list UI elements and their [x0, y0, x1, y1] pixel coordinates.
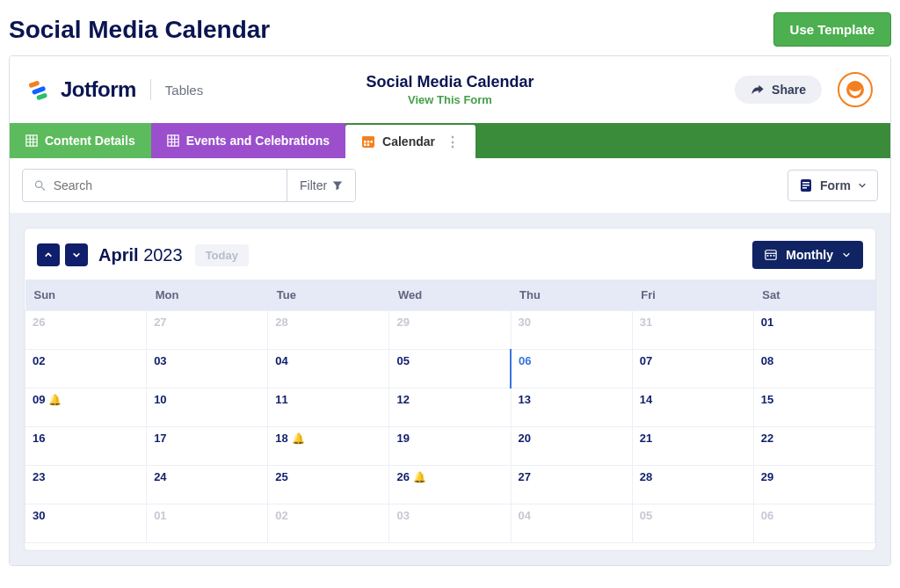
calendar-cell[interactable]: 30 [511, 311, 632, 350]
svg-rect-31 [773, 255, 775, 257]
table-grid-icon [25, 134, 38, 147]
view-dropdown[interactable]: Monthly [752, 241, 863, 269]
calendar-cell[interactable]: 07 [632, 350, 753, 388]
search-icon [33, 178, 47, 192]
calendar-cell[interactable]: 05 [389, 350, 511, 388]
svg-rect-26 [802, 187, 807, 189]
form-dropdown[interactable]: Form [788, 170, 878, 201]
avatar-mask-icon [845, 79, 866, 100]
calendar-cell[interactable]: 02 [25, 350, 147, 388]
calendar-cell[interactable]: 18🔔 [268, 427, 389, 466]
chevron-down-icon [72, 250, 81, 259]
svg-rect-20 [367, 144, 370, 147]
calendar-cell[interactable]: 26🔔 [389, 466, 511, 505]
today-button[interactable]: Today [195, 244, 249, 266]
search-input[interactable] [54, 178, 276, 192]
divider [150, 79, 151, 100]
svg-rect-0 [28, 80, 40, 88]
calendar-cell[interactable]: 09🔔 [25, 388, 147, 427]
calendar-cell[interactable]: 02 [268, 505, 389, 543]
calendar-cell[interactable]: 03 [389, 505, 511, 543]
svg-rect-15 [362, 136, 374, 140]
calendar-cell[interactable]: 06 [753, 505, 875, 543]
calendar-cell[interactable]: 29 [753, 466, 875, 505]
app-header: Jotform Tables Social Media Calendar Vie… [10, 56, 890, 123]
calendar-cell[interactable]: 08 [753, 350, 875, 388]
svg-rect-9 [168, 135, 178, 146]
calendar-cell[interactable]: 21 [632, 427, 753, 466]
share-button[interactable]: Share [735, 76, 822, 104]
calendar-cell[interactable]: 17 [147, 427, 268, 466]
day-header: Wed [389, 279, 511, 311]
calendar-cell[interactable]: 29 [389, 311, 511, 350]
calendar-view-icon [765, 249, 777, 261]
calendar-cell[interactable]: 16 [25, 427, 147, 466]
day-header: Sun [25, 279, 147, 311]
app-card: Jotform Tables Social Media Calendar Vie… [9, 55, 891, 566]
share-arrow-icon [751, 83, 765, 97]
form-icon [799, 178, 813, 192]
calendar-cell[interactable]: 01 [753, 311, 875, 350]
chevron-down-icon [858, 181, 867, 190]
calendar-panel: April 2023 Today Monthly SunMonTueWedThu… [24, 228, 876, 551]
filter-button[interactable]: Filter [287, 170, 355, 201]
day-header: Tue [268, 279, 389, 311]
calendar-cell[interactable]: 19 [389, 427, 511, 466]
calendar-cell[interactable]: 25 [268, 466, 389, 505]
calendar-cell[interactable]: 28 [632, 466, 753, 505]
use-template-button[interactable]: Use Template [773, 12, 891, 47]
avatar[interactable] [838, 72, 873, 107]
day-header: Thu [511, 279, 632, 311]
calendar-cell[interactable]: 31 [632, 311, 753, 350]
section-label: Tables [165, 83, 203, 98]
calendar-cell[interactable]: 04 [511, 505, 632, 543]
svg-rect-16 [364, 141, 367, 143]
calendar-cell[interactable]: 01 [147, 505, 268, 543]
calendar-cell[interactable]: 11 [268, 388, 389, 427]
svg-rect-19 [364, 144, 367, 147]
day-header: Mon [147, 279, 268, 311]
view-form-link[interactable]: View This Form [408, 93, 492, 106]
calendar-cell[interactable]: 14 [632, 388, 753, 427]
calendar-cell[interactable]: 13 [511, 388, 632, 427]
brand-name: Jotform [61, 77, 136, 102]
prev-month-button[interactable] [37, 243, 60, 266]
chevron-up-icon [44, 250, 53, 259]
calendar-cell[interactable]: 28 [268, 311, 389, 350]
calendar-cell[interactable]: 22 [753, 427, 875, 466]
calendar-cell[interactable]: 20 [511, 427, 632, 466]
calendar-cell[interactable]: 27 [511, 466, 632, 505]
tabs-bar: Content Details Events and Celebrations … [10, 123, 890, 158]
share-label: Share [772, 83, 806, 97]
chevron-down-icon [842, 250, 851, 259]
calendar-cell[interactable]: 27 [147, 311, 268, 350]
calendar-cell[interactable]: 03 [147, 350, 268, 388]
jotform-logo-icon [27, 77, 52, 102]
calendar-cell[interactable]: 05 [632, 505, 753, 543]
calendar-cell[interactable]: 12 [389, 388, 511, 427]
svg-rect-30 [770, 255, 772, 257]
tab-events-celebrations[interactable]: Events and Celebrations [151, 123, 345, 158]
svg-rect-18 [371, 141, 374, 143]
calendar-cell[interactable]: 15 [753, 388, 875, 427]
calendar-cell[interactable]: 24 [147, 466, 268, 505]
tab-menu-dots-icon[interactable]: ⋮ [446, 134, 460, 150]
tab-content-details[interactable]: Content Details [10, 123, 151, 158]
svg-rect-2 [36, 92, 47, 100]
calendar-cell[interactable]: 30 [25, 505, 147, 543]
calendar-cell[interactable]: 04 [268, 350, 389, 388]
calendar-cell[interactable]: 26 [25, 311, 147, 350]
calendar-cell[interactable]: 06 [511, 350, 632, 388]
filter-label: Filter [300, 178, 327, 192]
tab-label: Events and Celebrations [186, 134, 330, 148]
calendar-cell[interactable]: 23 [25, 466, 147, 505]
calendar-cell[interactable]: 10 [147, 388, 268, 427]
svg-rect-25 [802, 185, 809, 186]
calendar-icon [361, 134, 375, 149]
svg-point-21 [35, 181, 41, 187]
tab-calendar[interactable]: Calendar ⋮ [345, 125, 475, 158]
next-month-button[interactable] [65, 243, 88, 266]
header-center: Social Media Calendar View This Form [366, 73, 533, 107]
tab-label: Calendar [382, 134, 435, 149]
svg-line-22 [41, 187, 45, 191]
